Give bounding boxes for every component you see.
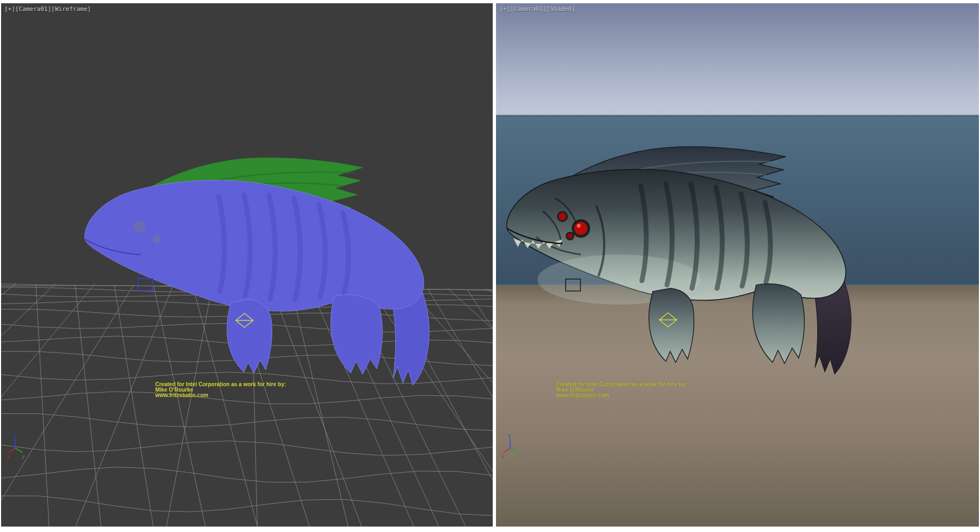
- sky: [496, 3, 979, 116]
- viewport-label-right: [+][Camera01][Shaded]: [499, 5, 575, 13]
- credit-line-3: www.fritzstudio.com: [155, 393, 286, 398]
- viewport-menu-button[interactable]: [+]: [499, 5, 510, 13]
- eye-right: [152, 235, 161, 244]
- camera-name-button[interactable]: [Camera01]: [510, 5, 546, 13]
- shading-mode-button[interactable]: [Shaded]: [546, 5, 575, 13]
- eye-main-highlight: [577, 224, 581, 228]
- sky-sea-horizon-line: [496, 115, 979, 116]
- viewport-menu-button[interactable]: [+]: [4, 5, 15, 13]
- credit-line-3: www.fritzstudio.com: [556, 393, 687, 398]
- eye-left: [133, 220, 145, 232]
- viewport-shaded[interactable]: [+][Camera01][Shaded]: [496, 3, 979, 527]
- axis-z-label: z: [13, 433, 16, 438]
- eye-main: [574, 222, 587, 235]
- camera-name-button[interactable]: [Camera01]: [15, 5, 51, 13]
- viewport-wireframe[interactable]: [+][Camera01][Wireframe]: [1, 3, 493, 527]
- eye-lower: [567, 233, 573, 239]
- axis-y-label: y: [22, 454, 25, 459]
- ground: [496, 285, 979, 527]
- axis-x-label: x: [501, 454, 505, 459]
- axis-x-label: x: [7, 454, 10, 459]
- viewport-label-left: [+][Camera01][Wireframe]: [4, 5, 91, 13]
- axis-z-label: z: [508, 433, 511, 438]
- shading-mode-button[interactable]: [Wireframe]: [51, 5, 91, 13]
- credit-text: Created for Intel Corporation as a work …: [556, 382, 687, 398]
- axis-y-label: y: [517, 454, 520, 459]
- eye-small: [559, 213, 566, 220]
- application-window: { "viewports": { "left": { "menu": { "pl…: [0, 0, 980, 532]
- credit-text: Created for Intel Corporation as a work …: [155, 382, 286, 398]
